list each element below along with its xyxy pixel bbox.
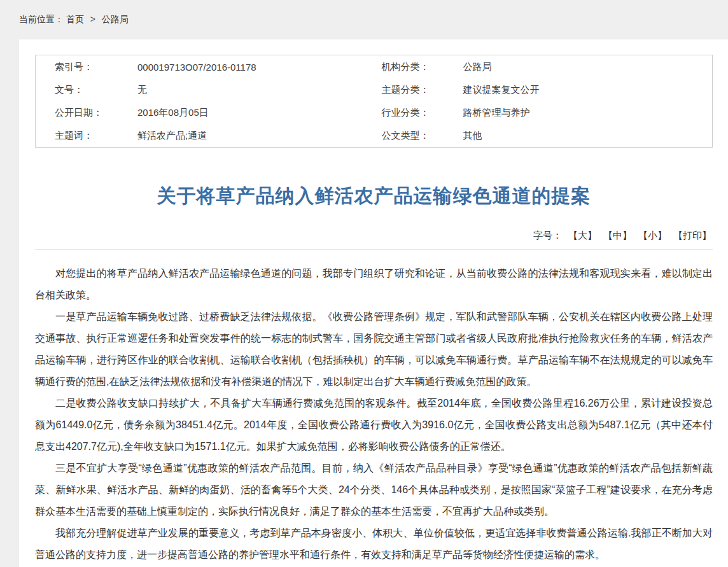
article-body: 对您提出的将草产品纳入鲜活农产品运输绿色通道的问题，我部专门组织了研究和论证，从… — [35, 263, 713, 566]
article-paragraph: 二是收费公路收支缺口持续扩大，不具备扩大车辆通行费减免范围的客观条件。截至201… — [35, 393, 713, 458]
meta-value: 路桥管理与养护 — [463, 107, 530, 119]
meta-value: 建议提案复文公开 — [463, 84, 540, 96]
breadcrumb-link-home[interactable]: 首页 — [66, 14, 84, 24]
meta-cell-org-category: 机构分类： 公路局 — [374, 61, 713, 73]
meta-row: 文号： 无 主题分类： 建议提案复文公开 — [36, 78, 712, 101]
meta-label: 公文类型： — [374, 130, 463, 142]
divider-top — [35, 249, 713, 250]
fontsize-small-button[interactable]: 【小】 — [638, 230, 667, 241]
meta-value: 无 — [137, 84, 147, 96]
meta-label: 公开日期： — [36, 107, 137, 119]
article-paragraph: 一是草产品运输车辆免收过路、过桥费缺乏法律法规依据。《收费公路管理条例》规定，军… — [35, 306, 713, 393]
meta-cell-industry-category: 行业分类： 路桥管理与养护 — [374, 107, 713, 119]
content-card: 索引号： 000019713O07/2016-01178 机构分类： 公路局 文… — [19, 39, 728, 567]
breadcrumb-separator: > — [90, 14, 95, 24]
fontsize-toolbar: 字号：【大】【中】【小】【打印】 — [35, 230, 713, 242]
meta-label: 行业分类： — [374, 107, 463, 119]
breadcrumb: 当前位置： 首页 > 公路局 — [0, 0, 728, 39]
meta-cell-index-number: 索引号： 000019713O07/2016-01178 — [36, 61, 374, 73]
meta-value: 2016年08月05日 — [137, 107, 209, 119]
meta-cell-publish-date: 公开日期： 2016年08月05日 — [36, 107, 374, 119]
meta-label: 机构分类： — [374, 61, 463, 73]
article-paragraph: 三是不宜扩大享受“绿色通道”优惠政策的鲜活农产品范围。目前，纳入《鲜活农产品品种… — [35, 458, 713, 522]
fontsize-label: 字号： — [533, 230, 562, 241]
meta-label: 主题词： — [36, 130, 137, 142]
meta-value: 000019713O07/2016-01178 — [137, 62, 256, 73]
meta-cell-keywords: 主题词： 鲜活农产品;通道 — [36, 130, 374, 142]
fontsize-medium-button[interactable]: 【中】 — [603, 230, 632, 241]
meta-cell-doc-number: 文号： 无 — [36, 84, 374, 96]
page-title: 关于将草产品纳入鲜活农产品运输绿色通道的提案 — [35, 183, 713, 209]
meta-label: 索引号： — [36, 61, 137, 73]
meta-value: 公路局 — [463, 61, 492, 73]
meta-value: 其他 — [463, 130, 482, 142]
meta-value: 鲜活农产品;通道 — [137, 130, 207, 142]
meta-row: 公开日期： 2016年08月05日 行业分类： 路桥管理与养护 — [36, 101, 712, 124]
breadcrumb-link-current[interactable]: 公路局 — [102, 14, 129, 24]
document-meta-table: 索引号： 000019713O07/2016-01178 机构分类： 公路局 文… — [35, 55, 713, 148]
article-paragraph: 我部充分理解促进草产业发展的重要意义，考虑到草产品本身密度小、体积大、单位价值较… — [35, 522, 713, 566]
meta-row: 主题词： 鲜活农产品;通道 公文类型： 其他 — [36, 124, 712, 147]
print-button[interactable]: 【打印】 — [673, 230, 711, 241]
fontsize-large-button[interactable]: 【大】 — [568, 230, 597, 241]
article-paragraph: 对您提出的将草产品纳入鲜活农产品运输绿色通道的问题，我部专门组织了研究和论证，从… — [35, 263, 713, 306]
meta-label: 主题分类： — [374, 84, 463, 96]
meta-label: 文号： — [36, 84, 137, 96]
breadcrumb-label: 当前位置： — [19, 14, 64, 24]
meta-row: 索引号： 000019713O07/2016-01178 机构分类： 公路局 — [36, 55, 712, 78]
meta-cell-doc-type: 公文类型： 其他 — [374, 130, 713, 142]
meta-cell-topic-category: 主题分类： 建议提案复文公开 — [374, 84, 713, 96]
